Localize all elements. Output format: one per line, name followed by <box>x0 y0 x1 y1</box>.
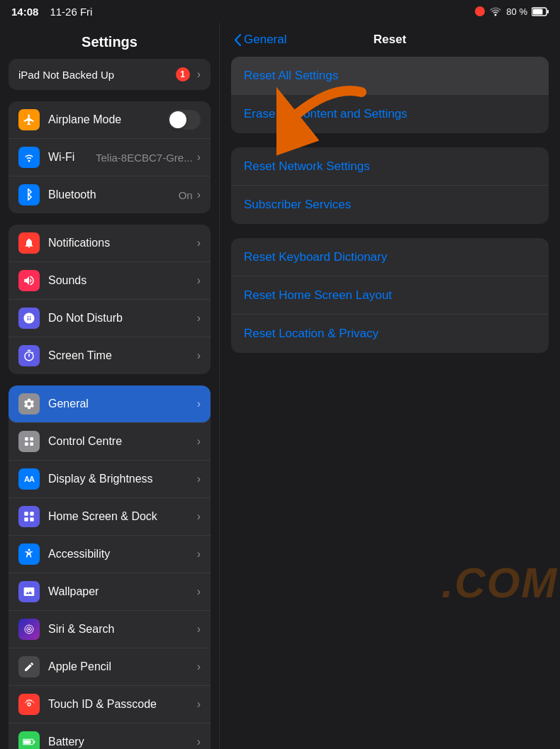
sounds-chevron-icon: › <box>197 274 201 287</box>
svg-rect-17 <box>23 740 31 743</box>
sidebar-item-wifi[interactable]: Wi-Fi Telia-8ECBC7-Gre... › <box>9 139 211 176</box>
watermark: .COM <box>439 558 560 607</box>
bluetooth-chevron-icon: › <box>197 188 201 201</box>
sidebar-item-general[interactable]: General › <box>9 385 211 423</box>
accessibility-label: Accessibility <box>48 548 197 561</box>
bluetooth-label: Bluetooth <box>48 188 179 201</box>
sidebar-item-battery[interactable]: Battery › <box>9 723 211 749</box>
nav-title: Reset <box>374 33 406 47</box>
screentime-icon <box>18 345 40 366</box>
donotdisturb-icon <box>18 308 40 329</box>
reset-all-settings-item[interactable]: Reset All Settings <box>231 57 549 95</box>
reset-group-3: Reset Keyboard Dictionary Reset Home Scr… <box>231 238 549 353</box>
siri-icon <box>18 619 40 640</box>
wallpaper-chevron-icon: › <box>197 585 201 598</box>
screentime-label: Screen Time <box>48 349 197 362</box>
homescreen-chevron-icon: › <box>197 510 201 523</box>
svg-rect-3 <box>25 437 28 441</box>
airplane-mode-label: Airplane Mode <box>48 113 168 126</box>
icloud-chevron-icon: › <box>197 68 201 81</box>
reset-all-settings-label: Reset All Settings <box>244 69 338 83</box>
bluetooth-value: On <box>179 189 193 201</box>
sidebar-item-accessibility[interactable]: Accessibility › <box>9 536 211 573</box>
general-icon <box>18 393 40 415</box>
battery-chevron-icon: › <box>197 736 201 748</box>
siri-label: Siri & Search <box>48 623 197 636</box>
sidebar-item-bluetooth[interactable]: ᛒ Bluetooth On › <box>9 176 211 213</box>
reset-keyboard-dictionary-label: Reset Keyboard Dictionary <box>244 250 387 264</box>
siri-chevron-icon: › <box>197 623 201 636</box>
sidebar-item-siri[interactable]: Siri & Search › <box>9 611 211 648</box>
record-indicator <box>475 6 485 16</box>
airplane-mode-toggle[interactable] <box>168 110 201 130</box>
donotdisturb-chevron-icon: › <box>197 312 201 325</box>
svg-rect-1 <box>547 10 549 13</box>
wifi-value: Telia-8ECBC7-Gre... <box>96 152 193 164</box>
sidebar-item-sounds[interactable]: Sounds › <box>9 262 211 300</box>
right-panel: General Reset Reset All Settings Erase A… <box>220 23 560 749</box>
svg-rect-16 <box>34 740 35 743</box>
reset-network-settings-item[interactable]: Reset Network Settings <box>231 147 549 186</box>
svg-rect-8 <box>30 512 33 515</box>
notifications-group: Notifications › Sounds › Do Not Disturb … <box>9 225 211 374</box>
notifications-label: Notifications <box>48 237 197 249</box>
controlcentre-label: Control Centre <box>48 435 197 448</box>
icloud-banner[interactable]: iPad Not Backed Up 1 › <box>9 59 211 90</box>
toggle-knob <box>169 111 186 128</box>
wifi-label: Wi-Fi <box>48 151 96 164</box>
sidebar-item-controlcentre[interactable]: Control Centre › <box>9 423 211 461</box>
sidebar-item-notifications[interactable]: Notifications › <box>9 225 211 262</box>
nav-back-button[interactable]: General <box>234 33 286 47</box>
status-icons: 80 % <box>475 6 549 17</box>
reset-group-2: Reset Network Settings Subscriber Servic… <box>231 147 549 224</box>
wallpaper-label: Wallpaper <box>48 585 197 598</box>
reset-location-privacy-label: Reset Location & Privacy <box>244 327 379 341</box>
reset-network-settings-label: Reset Network Settings <box>244 159 370 174</box>
notifications-chevron-icon: › <box>197 237 201 249</box>
airplane-mode-icon <box>18 109 40 130</box>
pencil-label: Apple Pencil <box>48 660 197 673</box>
battery-icon <box>532 7 549 16</box>
sidebar-item-donotdisturb[interactable]: Do Not Disturb › <box>9 300 211 337</box>
sidebar-item-display[interactable]: AA Display & Brightness › <box>9 461 211 498</box>
watermark-text: .COM <box>442 558 559 607</box>
reset-location-privacy-item[interactable]: Reset Location & Privacy <box>231 315 549 353</box>
display-label: Display & Brightness <box>48 473 197 485</box>
wallpaper-icon <box>18 581 40 602</box>
sidebar-item-touchid[interactable]: Touch ID & Passcode › <box>9 686 211 723</box>
reset-home-screen-layout-item[interactable]: Reset Home Screen Layout <box>231 276 549 315</box>
touchid-chevron-icon: › <box>197 698 201 711</box>
sidebar-item-wallpaper[interactable]: Wallpaper › <box>9 573 211 611</box>
icloud-text: iPad Not Backed Up <box>18 69 169 81</box>
sidebar-item-screentime[interactable]: Screen Time › <box>9 337 211 374</box>
reset-home-screen-layout-label: Reset Home Screen Layout <box>244 288 392 303</box>
reset-keyboard-dictionary-item[interactable]: Reset Keyboard Dictionary <box>231 238 549 276</box>
touchid-icon <box>18 694 40 715</box>
sounds-icon <box>18 270 40 291</box>
wifi-icon <box>489 6 502 16</box>
svg-rect-10 <box>30 517 33 521</box>
general-group: General › Control Centre › AA Display & … <box>9 385 211 749</box>
subscriber-services-item[interactable]: Subscriber Services <box>231 186 549 224</box>
erase-all-content-item[interactable]: Erase All Content and Settings <box>231 95 549 133</box>
status-time: 14:08 <box>11 6 38 18</box>
erase-all-content-label: Erase All Content and Settings <box>244 107 408 121</box>
display-chevron-icon: › <box>197 473 201 485</box>
svg-rect-2 <box>533 9 543 14</box>
sidebar-item-homescreen[interactable]: Home Screen & Dock › <box>9 498 211 536</box>
homescreen-label: Home Screen & Dock <box>48 510 197 523</box>
status-date: 11-26 Fri <box>50 6 92 18</box>
battery-percent: 80 % <box>506 6 527 17</box>
main-layout: Settings iPad Not Backed Up 1 › Airplane… <box>0 23 560 749</box>
pencil-icon <box>18 656 40 677</box>
display-icon: AA <box>18 468 40 490</box>
reset-group-1: Reset All Settings Erase All Content and… <box>231 57 549 133</box>
reset-content: Reset All Settings Erase All Content and… <box>220 57 560 353</box>
battery-label: Battery <box>48 736 197 748</box>
touchid-label: Touch ID & Passcode <box>48 698 197 711</box>
sidebar-item-airplane-mode[interactable]: Airplane Mode <box>9 101 211 139</box>
svg-rect-4 <box>30 437 33 441</box>
general-chevron-icon: › <box>197 398 201 410</box>
sidebar-item-pencil[interactable]: Apple Pencil › <box>9 648 211 686</box>
donotdisturb-label: Do Not Disturb <box>48 312 197 325</box>
